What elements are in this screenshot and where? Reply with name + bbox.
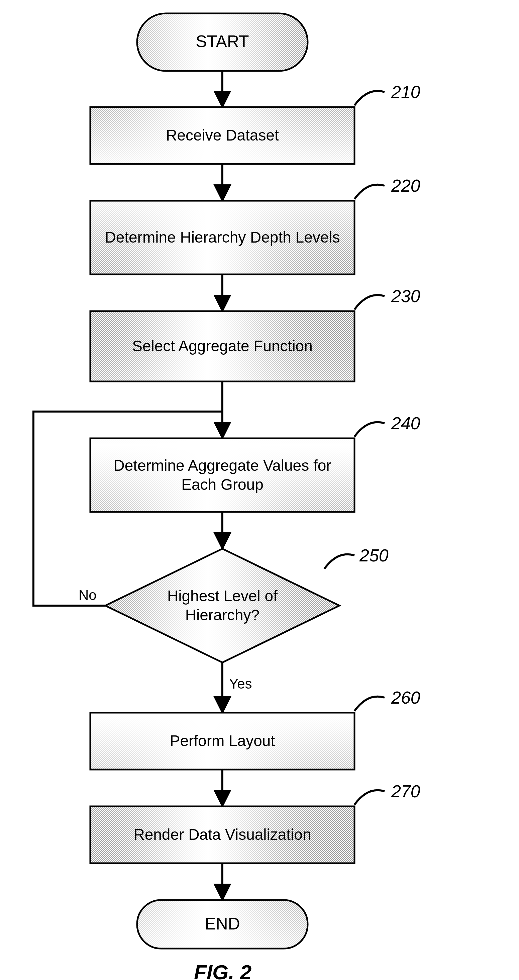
step-220-label: Determine Hierarchy Depth Levels	[100, 201, 344, 274]
step-260-label: Perform Layout	[90, 713, 354, 770]
step-250-ref: 250	[359, 546, 389, 565]
step-270-ref: 270	[391, 781, 421, 801]
edge-yes-label: Yes	[229, 676, 252, 692]
step-220-ref: 220	[391, 176, 421, 196]
step-240-label: Determine Aggregate Values for Each Grou…	[100, 438, 344, 512]
figure-caption: FIG. 2	[194, 960, 251, 980]
step-210-ref: 210	[391, 82, 421, 102]
step-250-label: Highest Level of Hierarchy?	[149, 576, 296, 636]
step-240-ref: 240	[391, 413, 421, 433]
step-230-ref: 230	[391, 286, 421, 306]
end-terminal: END	[137, 914, 308, 934]
edge-no-label: No	[79, 587, 97, 603]
step-270-label: Render Data Visualization	[90, 807, 354, 863]
step-210-label: Receive Dataset	[90, 107, 354, 164]
start-terminal: START	[137, 32, 308, 51]
step-230-label: Select Aggregate Function	[90, 311, 354, 382]
step-260-ref: 260	[391, 687, 421, 708]
